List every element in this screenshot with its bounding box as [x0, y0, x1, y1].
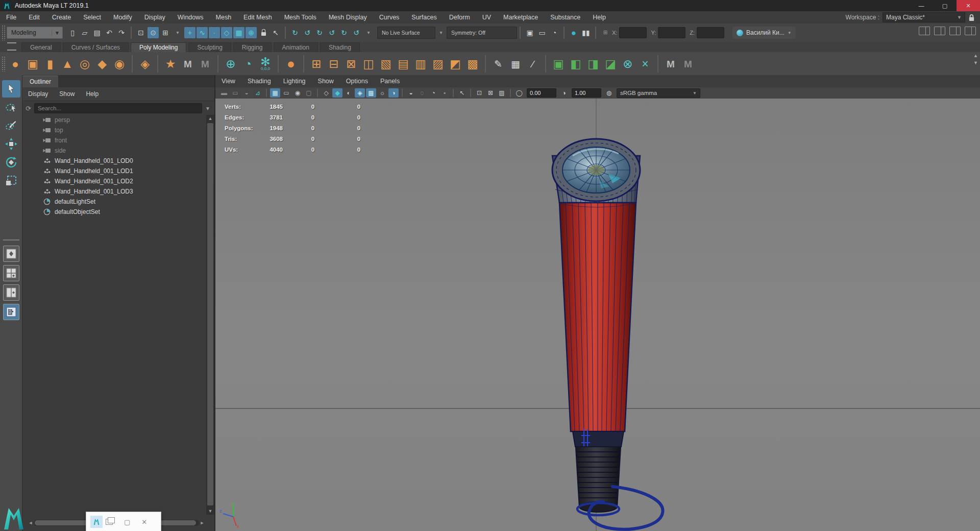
camera-icon[interactable]: ▬	[219, 88, 229, 98]
separator[interactable]	[266, 89, 267, 97]
selection-lock-icon[interactable]: ↖	[270, 27, 281, 38]
menu-item[interactable]: Mesh Display	[323, 11, 373, 23]
separator[interactable]	[278, 55, 279, 73]
multi-cut-icon[interactable]: ✎	[489, 54, 507, 74]
menu-item[interactable]: Mesh	[210, 11, 238, 23]
duplicate-face-icon[interactable]: ▩	[464, 54, 481, 74]
menu-item[interactable]: Select	[77, 11, 107, 23]
poly-sphere-icon[interactable]: ●	[7, 54, 24, 74]
menu-item[interactable]: Help	[586, 11, 612, 23]
undo-icon[interactable]: ↶	[104, 27, 115, 38]
shelf-tab[interactable]: Animation	[274, 42, 318, 52]
selection-masks-caret-icon[interactable]: ▾	[172, 27, 183, 38]
search-options-caret-icon[interactable]: ▼	[205, 106, 210, 111]
select-hierarchy-icon[interactable]: ⊡	[135, 27, 146, 38]
shelf-tab[interactable]: Sculpting	[188, 42, 231, 52]
center-pivot-icon[interactable]: ⊕	[222, 54, 239, 74]
z-input[interactable]	[697, 27, 724, 38]
viewport-menu-item[interactable]: Panels	[374, 78, 406, 85]
outliner-item[interactable]: defaultLightSet	[22, 197, 206, 207]
select-tool[interactable]	[2, 80, 20, 98]
outliner-item[interactable]: front	[22, 135, 206, 146]
scroll-up-icon[interactable]: ▲	[206, 115, 214, 122]
ambient-occlusion-icon[interactable]: ◒	[406, 88, 416, 98]
outliner-menu-item[interactable]: Help	[80, 90, 104, 98]
select-object-icon[interactable]: ⊙	[148, 27, 159, 38]
separator[interactable]	[510, 89, 511, 97]
separator[interactable]	[303, 55, 304, 73]
shelf-tab[interactable]: Rigging	[233, 42, 272, 52]
bridge-edge-icon[interactable]: ◨	[584, 54, 602, 74]
open-scene-icon[interactable]: ▱	[79, 27, 90, 38]
lock-icon[interactable]	[258, 27, 269, 38]
interactive-render-icon[interactable]: ●	[568, 27, 579, 38]
separator[interactable]	[285, 27, 286, 39]
separator[interactable]	[157, 55, 158, 73]
quad-draw-icon[interactable]: ▦	[507, 54, 524, 74]
separator[interactable]	[217, 55, 218, 73]
poke-face-icon[interactable]: ▨	[429, 54, 447, 74]
shelf-tab[interactable]: General	[21, 42, 61, 52]
render-current-frame-icon[interactable]: ▭	[536, 27, 548, 38]
y-input[interactable]	[658, 27, 685, 38]
isolate-select-icon[interactable]: ↖	[457, 88, 467, 98]
reduce-icon[interactable]: ⊗	[619, 54, 636, 74]
outliner-menu-item[interactable]: Show	[54, 90, 80, 98]
snap-point-icon[interactable]: ∙	[209, 27, 220, 38]
outliner-item[interactable]: top	[22, 125, 206, 135]
shelf-scroll-up-icon[interactable]: ▲	[973, 53, 978, 58]
menu-item[interactable]: Edit	[22, 11, 46, 23]
drag-handle[interactable]	[2, 25, 5, 40]
outliner-item[interactable]: Wand_Handheld_001_LOD2	[22, 176, 206, 186]
fog-icon[interactable]: ◔	[428, 88, 438, 98]
mash-m1-icon[interactable]: M	[662, 54, 679, 74]
separator[interactable]	[485, 55, 486, 73]
separator[interactable]	[131, 27, 132, 39]
channel-box-toggle-icon[interactable]	[949, 27, 961, 35]
image-plane-icon[interactable]: ⊡	[474, 88, 484, 98]
menu-item[interactable]: Deform	[443, 11, 476, 23]
history-icon-6[interactable]: ↺	[351, 27, 362, 38]
modeling-toolkit-toggle-icon[interactable]	[965, 27, 976, 35]
slide-edge-icon[interactable]: ∕	[524, 54, 542, 74]
shelf-menu-icon[interactable]	[7, 42, 16, 51]
coordinate-grid-icon[interactable]: ⊞	[600, 27, 611, 38]
shadows-icon[interactable]: ◑	[388, 88, 399, 98]
menu-item[interactable]: Mesh Tools	[278, 11, 323, 23]
separator[interactable]	[595, 27, 596, 39]
separator[interactable]	[132, 55, 133, 73]
viewport-menu-item[interactable]: Shading	[241, 78, 277, 85]
outliner-item[interactable]: Wand_Handheld_001_LOD3	[22, 186, 206, 197]
super-shape-icon[interactable]: ★	[162, 54, 179, 74]
shelf-tab[interactable]: Shading	[320, 42, 360, 52]
poly-cylinder-icon[interactable]: ▮	[41, 54, 59, 74]
exposure-icon[interactable]: ◯	[514, 88, 524, 98]
paint-select-tool[interactable]	[2, 117, 20, 134]
menu-item[interactable]: Edit Mesh	[237, 11, 278, 23]
gate-mask-icon[interactable]: ▢	[304, 88, 314, 98]
menu-item[interactable]: Curves	[373, 11, 406, 23]
scroll-down-icon[interactable]: ▼	[206, 508, 214, 515]
scroll-right-icon[interactable]: ►	[199, 520, 205, 525]
filter-refresh-icon[interactable]: ⟳	[26, 105, 31, 112]
snap-curve-icon[interactable]: ∿	[197, 27, 208, 38]
x-input[interactable]	[619, 27, 647, 38]
pause-viewport-icon[interactable]: ▮▮	[580, 27, 592, 38]
menu-item[interactable]: File	[0, 11, 22, 23]
wireframe-on-shaded-icon[interactable]: ◈	[355, 88, 365, 98]
shelf-tab[interactable]: Poly Modeling	[131, 42, 186, 52]
wedge-face-icon[interactable]: ◩	[447, 54, 464, 74]
history-icon-4[interactable]: ↺	[326, 27, 337, 38]
shaded-icon[interactable]: ◆	[332, 88, 342, 98]
mash-editor-icon[interactable]: M	[197, 54, 214, 74]
menu-item[interactable]: Create	[46, 11, 78, 23]
history-caret-icon[interactable]: ▾	[363, 27, 374, 38]
close-button[interactable]: ✕	[957, 0, 980, 11]
delete-history-icon[interactable]: ◔	[239, 54, 257, 74]
rotate-tool[interactable]	[2, 154, 20, 171]
save-scene-icon[interactable]: ▤	[91, 27, 103, 38]
menu-item[interactable]: Modify	[107, 11, 138, 23]
poly-torus-icon[interactable]: ◎	[76, 54, 93, 74]
scrollbar-thumb[interactable]	[207, 123, 213, 505]
user-account-dropdown[interactable]: Василий Ки... ▼	[732, 27, 796, 39]
